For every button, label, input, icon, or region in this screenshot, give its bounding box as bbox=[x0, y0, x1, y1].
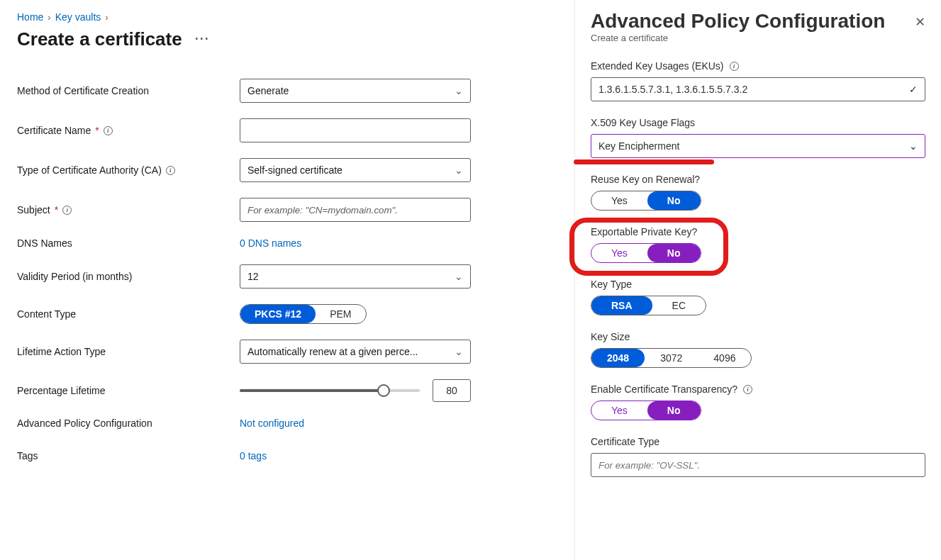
keysize-label: Key Size bbox=[591, 331, 630, 342]
contenttype-label: Content Type bbox=[17, 308, 240, 320]
tags-link[interactable]: 0 tags bbox=[240, 450, 267, 461]
info-icon[interactable]: i bbox=[743, 385, 752, 394]
pct-label: Percentage Lifetime bbox=[17, 385, 240, 396]
info-icon[interactable]: i bbox=[62, 206, 72, 215]
keytype-rsa[interactable]: RSA bbox=[591, 296, 652, 315]
pill-pkcs12[interactable]: PKCS #12 bbox=[240, 305, 316, 323]
pill-pem[interactable]: PEM bbox=[316, 305, 365, 323]
tags-label: Tags bbox=[17, 450, 240, 461]
info-icon[interactable]: i bbox=[730, 62, 739, 71]
chevron-right-icon: › bbox=[48, 12, 50, 23]
reuse-toggle[interactable]: Yes No bbox=[591, 191, 701, 211]
keytype-label: Key Type bbox=[591, 279, 632, 290]
breadcrumb-keyvaults[interactable]: Key vaults bbox=[55, 11, 101, 23]
chevron-down-icon: ⌄ bbox=[455, 346, 463, 357]
transparency-yes[interactable]: Yes bbox=[591, 401, 647, 420]
reuse-no[interactable]: No bbox=[647, 191, 701, 210]
slider-thumb[interactable] bbox=[377, 384, 390, 397]
eku-label: Extended Key Usages (EKUs) bbox=[591, 60, 724, 72]
chevron-down-icon: ⌄ bbox=[455, 164, 463, 176]
breadcrumb-home[interactable]: Home bbox=[17, 11, 43, 23]
dns-names-link[interactable]: 0 DNS names bbox=[240, 237, 301, 249]
chevron-right-icon: › bbox=[105, 12, 108, 23]
keysize-2048[interactable]: 2048 bbox=[591, 349, 645, 367]
keysize-3072[interactable]: 3072 bbox=[645, 349, 698, 367]
export-toggle[interactable]: Yes No bbox=[591, 243, 701, 263]
export-yes[interactable]: Yes bbox=[591, 244, 647, 262]
certname-input[interactable] bbox=[240, 118, 471, 142]
info-icon[interactable]: i bbox=[166, 166, 175, 175]
flags-label: X.509 Key Usage Flags bbox=[591, 117, 695, 128]
blade-subtitle: Create a certificate bbox=[591, 33, 925, 43]
method-select[interactable]: Generate ⌄ bbox=[240, 79, 471, 103]
advpolicy-label: Advanced Policy Configuration bbox=[17, 418, 240, 429]
keysize-toggle[interactable]: 2048 3072 4096 bbox=[591, 348, 752, 368]
subject-label: Subject* i bbox=[17, 204, 240, 215]
pct-slider[interactable] bbox=[240, 389, 420, 392]
contenttype-toggle[interactable]: PKCS #12 PEM bbox=[240, 304, 367, 324]
page-title: Create a certificate bbox=[17, 28, 182, 50]
flags-select[interactable]: Key Encipherment ⌄ bbox=[591, 134, 925, 158]
transparency-no[interactable]: No bbox=[647, 401, 701, 420]
advpolicy-link[interactable]: Not configured bbox=[240, 418, 304, 429]
keytype-toggle[interactable]: RSA EC bbox=[591, 296, 706, 315]
certtype-label: Certificate Type bbox=[591, 436, 659, 447]
keysize-4096[interactable]: 4096 bbox=[698, 349, 751, 367]
reuse-label: Reuse Key on Renewal? bbox=[591, 174, 700, 185]
chevron-down-icon: ⌄ bbox=[455, 271, 463, 282]
catype-select[interactable]: Self-signed certificate ⌄ bbox=[240, 158, 471, 182]
reuse-yes[interactable]: Yes bbox=[591, 191, 647, 210]
breadcrumb: Home › Key vaults › bbox=[17, 11, 574, 23]
info-icon[interactable]: i bbox=[104, 126, 113, 135]
blade-title: Advanced Policy Configuration bbox=[591, 10, 885, 33]
validity-select[interactable]: 12 ⌄ bbox=[240, 264, 471, 289]
certname-label: Certificate Name* i bbox=[17, 125, 240, 136]
eku-select[interactable]: 1.3.6.1.5.5.7.3.1, 1.3.6.1.5.5.7.3.2 ✓ bbox=[591, 77, 925, 101]
transparency-label: Enable Certificate Transparency? bbox=[591, 383, 737, 395]
subject-input[interactable] bbox=[240, 198, 471, 222]
more-icon[interactable]: ··· bbox=[195, 32, 210, 47]
pct-value-input[interactable]: 80 bbox=[433, 379, 471, 402]
catype-label: Type of Certificate Authority (CA) i bbox=[17, 164, 240, 176]
method-label: Method of Certificate Creation bbox=[17, 85, 240, 96]
check-icon: ✓ bbox=[909, 84, 918, 95]
chevron-down-icon: ⌄ bbox=[909, 140, 918, 152]
lifetime-select[interactable]: Automatically renew at a given perce... … bbox=[240, 340, 471, 364]
annotation-underline bbox=[574, 159, 714, 164]
export-no[interactable]: No bbox=[647, 244, 701, 262]
certtype-input[interactable] bbox=[591, 453, 925, 477]
dns-label: DNS Names bbox=[17, 237, 240, 249]
keytype-ec[interactable]: EC bbox=[652, 296, 706, 315]
validity-label: Validity Period (in months) bbox=[17, 271, 240, 282]
chevron-down-icon: ⌄ bbox=[455, 85, 463, 96]
lifetime-label: Lifetime Action Type bbox=[17, 346, 240, 357]
transparency-toggle[interactable]: Yes No bbox=[591, 401, 701, 420]
close-icon[interactable]: ✕ bbox=[915, 10, 925, 30]
export-label: Exportable Private Key? bbox=[591, 226, 697, 237]
